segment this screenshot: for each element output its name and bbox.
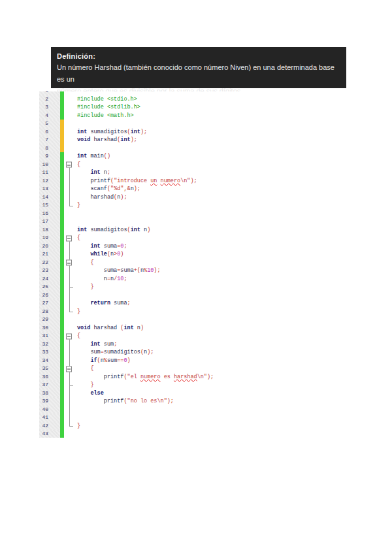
code-line[interactable]: void harshad(int); (75, 136, 348, 144)
line-number: 7 (39, 136, 60, 144)
code-line[interactable]: { (75, 365, 348, 373)
code-line[interactable]: { (75, 234, 348, 242)
code-line[interactable]: } (75, 381, 348, 389)
fold-margin (64, 267, 75, 275)
code-line[interactable]: int suma=0; (75, 242, 348, 251)
line-number: 41 (39, 414, 60, 422)
line-number: 31 (39, 332, 60, 340)
code-line[interactable]: #include <stdio.h> (75, 95, 348, 104)
code-line[interactable]: } (75, 422, 348, 431)
code-line[interactable]: if(n%sum==0) (75, 357, 348, 365)
code-line-row: 5 (39, 120, 348, 128)
code-line[interactable] (75, 414, 348, 422)
line-number: 30 (39, 324, 60, 333)
code-line[interactable]: { (75, 259, 348, 267)
code-line-row: 18int sumadigitos(int n) (39, 226, 348, 235)
line-number: 43 (39, 430, 60, 438)
code-line[interactable]: int sum; (75, 340, 348, 349)
line-number: 21 (39, 250, 60, 259)
code-line-row: 10{ (39, 161, 348, 169)
line-number: 35 (39, 365, 60, 373)
code-editor[interactable]: 12#include <stdio.h>3#include <stdlib.h>… (39, 91, 348, 438)
code-line[interactable] (75, 291, 348, 300)
code-line[interactable]: int main() (75, 152, 348, 161)
line-number: 10 (39, 161, 60, 169)
code-line-row: 39 printf("no lo es\n"); (39, 397, 348, 406)
fold-toggle-icon[interactable] (64, 332, 75, 340)
fold-margin (64, 120, 75, 128)
code-line[interactable]: suma=suma+(n%10); (75, 267, 348, 275)
code-line[interactable]: int sumadigitos(int n) (75, 226, 348, 235)
code-line[interactable] (75, 210, 348, 218)
code-line[interactable]: #include <stdlib.h> (75, 103, 348, 112)
line-number: 37 (39, 381, 60, 389)
fold-toggle-icon[interactable] (64, 161, 75, 169)
code-line[interactable]: { (75, 332, 348, 340)
code-line[interactable]: { (75, 161, 348, 169)
code-line[interactable]: int sumadigitos(int); (75, 128, 348, 137)
code-line-row: 8 (39, 144, 348, 153)
fold-toggle-icon[interactable] (64, 259, 75, 267)
line-number: 2 (39, 95, 60, 104)
fold-margin (64, 324, 75, 333)
code-line-row: 16 (39, 210, 348, 218)
code-line[interactable]: } (75, 308, 348, 316)
fold-toggle-icon[interactable] (64, 234, 75, 242)
fold-margin (64, 136, 75, 144)
fold-margin (64, 128, 75, 137)
code-line[interactable]: scanf("%d",&n); (75, 185, 348, 193)
code-line[interactable]: printf("introduce un numero\n"); (75, 177, 348, 186)
code-line-row: 4#include <math.h> (39, 112, 348, 120)
fold-margin (64, 422, 75, 431)
code-line[interactable] (75, 316, 348, 324)
code-line-row: 27 return suma; (39, 299, 348, 308)
line-number: 3 (39, 103, 60, 112)
fold-margin (64, 308, 75, 316)
code-line-row: 23 suma=suma+(n%10); (39, 267, 348, 275)
code-line[interactable]: printf("el numero es harshad\n"); (75, 373, 348, 382)
code-line[interactable]: printf("no lo es\n"); (75, 397, 348, 406)
code-line[interactable] (75, 144, 348, 153)
fold-margin (64, 152, 75, 161)
fold-margin (64, 389, 75, 398)
code-line[interactable] (75, 430, 348, 438)
code-line[interactable]: #include <math.h> (75, 112, 348, 120)
code-line-row: 32 int sum; (39, 340, 348, 349)
definition-body-line: Un número Harshad (también conocido como… (57, 61, 340, 85)
code-line-row: 35 { (39, 365, 348, 373)
fold-margin (64, 226, 75, 235)
code-line-row: 30void harshad (int n) (39, 324, 348, 333)
code-line[interactable]: while(n>0) (75, 250, 348, 259)
code-line-row: 22 { (39, 259, 348, 267)
line-number: 39 (39, 397, 60, 406)
definition-box: Definición: Un número Harshad (también c… (51, 47, 346, 88)
line-number: 17 (39, 218, 60, 226)
code-line-row: 11 int n; (39, 169, 348, 177)
line-number: 22 (39, 259, 60, 267)
code-line-row: 33 sum=sumadigitos(n); (39, 348, 348, 357)
line-number: 27 (39, 299, 60, 308)
code-line[interactable] (75, 218, 348, 226)
code-line[interactable]: sum=sumadigitos(n); (75, 348, 348, 357)
code-line[interactable]: int n; (75, 169, 348, 177)
code-line[interactable]: else (75, 389, 348, 398)
line-number: 19 (39, 234, 60, 242)
code-line-row: 26 (39, 291, 348, 300)
fold-margin (64, 381, 75, 389)
fold-toggle-icon[interactable] (64, 365, 75, 373)
line-number: 34 (39, 357, 60, 365)
code-line[interactable]: } (75, 283, 348, 291)
code-line-row: 24 n=n/10; (39, 275, 348, 284)
code-line[interactable]: return suma; (75, 299, 348, 308)
code-line-row: 37 } (39, 381, 348, 389)
code-line[interactable]: harshad(n); (75, 193, 348, 202)
code-line[interactable]: n=n/10; (75, 275, 348, 284)
code-line[interactable]: void harshad (int n) (75, 324, 348, 333)
document-page: { "definition_box": { "title": "Definici… (0, 0, 392, 554)
code-line[interactable]: } (75, 201, 348, 210)
code-line-row: 43 (39, 430, 348, 438)
code-line[interactable] (75, 406, 348, 414)
code-line[interactable] (75, 120, 348, 128)
line-number: 24 (39, 275, 60, 284)
line-number: 12 (39, 177, 60, 186)
